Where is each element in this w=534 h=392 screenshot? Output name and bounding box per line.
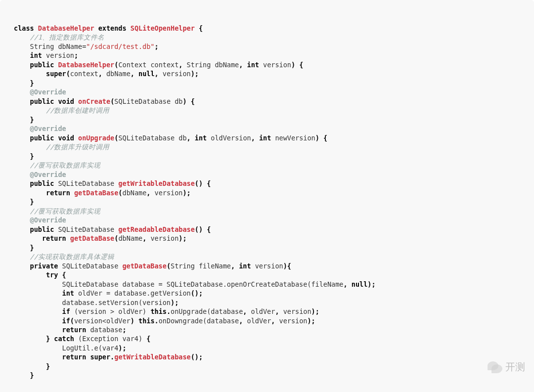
code-line: //数据库升级时调用: [14, 143, 109, 151]
code-line: public SQLiteDatabase getWritableDatabas…: [14, 179, 211, 187]
code-line: super(context, dbName, null, version);: [14, 70, 199, 78]
code-line: @Override: [14, 88, 66, 96]
wechat-bubble-icon: [488, 360, 501, 374]
code-line: int version;: [14, 51, 78, 59]
code-line: }: [14, 152, 34, 160]
code-line: //实现获取数据库具体逻辑: [14, 253, 114, 261]
code-line: LogUtil.e(var4);: [14, 344, 127, 352]
code-line: SQLiteDatabase database = SQLiteDatabase…: [14, 280, 376, 288]
code-line: }: [14, 244, 34, 252]
code-line: public DatabaseHelper(Context context, S…: [14, 61, 303, 69]
code-line: } catch (Exception var4) {: [14, 335, 150, 343]
code-line: public void onCreate(SQLiteDatabase db) …: [14, 97, 195, 105]
code-line: }: [14, 362, 50, 370]
code-content: class DatabaseHelper extends SQLiteOpenH…: [14, 24, 520, 380]
code-line: public void onUpgrade(SQLiteDatabase db,…: [14, 134, 327, 142]
code-line: }: [14, 371, 34, 379]
code-line: }: [14, 198, 34, 206]
code-line: try {: [14, 271, 66, 279]
code-line: return getDataBase(dbName, version);: [14, 189, 191, 197]
code-line: }: [14, 116, 34, 124]
code-line: private SQLiteDatabase getDataBase(Strin…: [14, 262, 291, 270]
code-line: //1、指定数据库文件名: [14, 33, 104, 41]
code-line: //覆写获取数据库实现: [14, 207, 100, 215]
code-line: @Override: [14, 216, 66, 224]
code-line: return database;: [14, 326, 127, 334]
code-line: return getDataBase(dbName, version);: [14, 234, 187, 242]
code-line: //数据库创建时调用: [14, 106, 109, 114]
code-line: public SQLiteDatabase getReadableDatabas…: [14, 225, 211, 233]
watermark: 开测: [488, 360, 525, 374]
watermark-text: 开测: [505, 360, 525, 374]
code-line: @Override: [14, 125, 66, 132]
code-line: @Override: [14, 171, 66, 178]
code-block: class DatabaseHelper extends SQLiteOpenH…: [0, 0, 534, 392]
code-line: int oldVer = database.getVersion();: [14, 289, 203, 297]
code-line: if(version<oldVer) this.onDowngrade(data…: [14, 317, 315, 325]
code-line: String dbName="/sdcard/test.db";: [14, 43, 159, 50]
code-line: if (version > oldVer) this.onUpgrade(dat…: [14, 307, 319, 315]
code-line: //覆写获取数据库实现: [14, 161, 100, 169]
code-line: class DatabaseHelper extends SQLiteOpenH…: [14, 24, 203, 32]
code-line: database.setVersion(version);: [14, 299, 178, 306]
code-line: }: [14, 79, 34, 87]
code-line: return super.getWritableDatabase();: [14, 353, 203, 361]
